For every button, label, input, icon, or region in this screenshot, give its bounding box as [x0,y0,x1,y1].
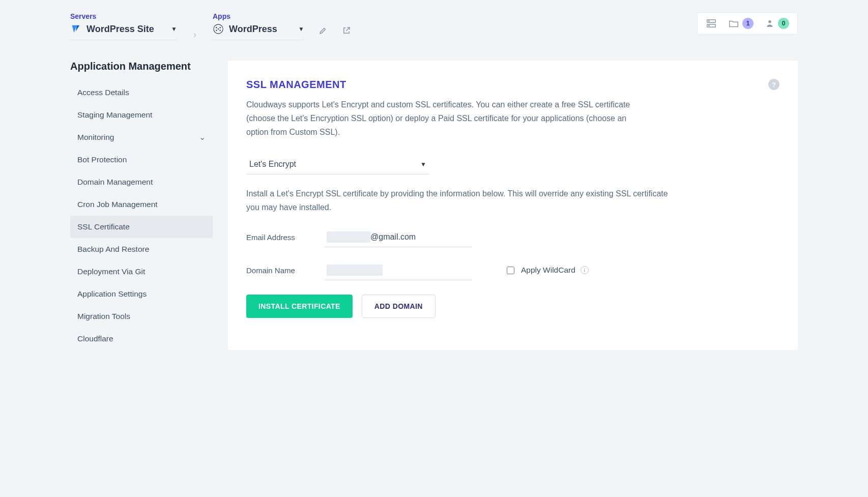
caret-down-icon: ▼ [420,161,426,168]
install-certificate-button[interactable]: INSTALL CERTIFICATE [246,295,353,318]
account-icon[interactable]: 0 [765,18,789,29]
caret-down-icon: ▼ [171,25,177,33]
email-label: Email Address [246,233,312,242]
add-domain-button[interactable]: ADD DOMAIN [362,295,436,318]
panel-title: SSL MANAGEMENT [246,79,346,91]
domain-input[interactable] [325,260,472,280]
sidebar-item-label: Application Settings [77,289,147,299]
svg-point-2 [219,27,220,28]
sidebar-item-label: Access Details [77,88,129,97]
open-app-icon[interactable] [342,26,351,35]
redacted-text [327,231,370,243]
info-icon[interactable]: i [581,266,589,274]
sidebar-item-label: Backup And Restore [77,245,149,254]
svg-point-10 [768,20,771,23]
sidebar-item-application-settings[interactable]: Application Settings [70,283,213,305]
sidebar-item-label: Monitoring [77,133,114,142]
email-input[interactable]: @gmail.com [325,227,472,247]
sidebar-item-cloudflare[interactable]: Cloudflare [70,328,213,350]
server-provider-icon [70,23,81,35]
sidebar-item-label: Cloudflare [77,334,113,343]
sidebar-item-ssl-certificate[interactable]: SSL Certificate [70,216,213,238]
sidebar-item-label: Migration Tools [77,312,130,321]
apps-heading: Apps [213,12,304,20]
servers-heading: Servers [70,12,177,20]
sidebar-item-monitoring[interactable]: Monitoring⌄ [70,126,213,149]
email-visible-part: @gmail.com [370,232,416,242]
wildcard-label: Apply WildCard [521,266,575,275]
svg-point-4 [219,30,220,31]
chevron-down-icon: ⌄ [199,133,206,142]
panel-description: Cloudways supports Let's Encrypt and cus… [246,98,633,139]
sidebar-item-bot-protection[interactable]: Bot Protection [70,149,213,171]
sidebar-item-migration-tools[interactable]: Migration Tools [70,305,213,328]
wildcard-checkbox[interactable] [507,267,514,274]
wildcard-option[interactable]: Apply WildCard i [505,265,589,276]
sidebar-item-deployment-via-git[interactable]: Deployment Via Git [70,260,213,283]
projects-badge: 1 [742,18,754,29]
sidebar-item-access-details[interactable]: Access Details [70,81,213,104]
svg-point-3 [216,30,217,31]
sidebar-item-label: Deployment Via Git [77,267,145,276]
ssl-panel: SSL MANAGEMENT ? Cloudways supports Let'… [228,61,798,350]
sidebar-title: Application Management [70,61,213,72]
server-selector[interactable]: WordPress Site ▼ [70,23,177,40]
ssl-hint: Install a Let's Encrypt SSL certificate … [246,187,669,214]
svg-point-5 [218,28,219,30]
sidebar-item-label: Domain Management [77,178,153,187]
app-selected-label: WordPress [229,24,293,35]
redacted-text [327,265,383,276]
svg-point-1 [216,27,217,28]
app-selector[interactable]: WordPress ▼ [213,23,304,40]
servers-list-icon[interactable] [706,18,717,29]
server-selected-label: WordPress Site [86,24,166,35]
sidebar-item-domain-management[interactable]: Domain Management [70,171,213,193]
account-toolbar: 1 0 [697,12,798,35]
sidebar-item-label: Cron Job Management [77,200,158,209]
svg-point-8 [709,21,709,21]
help-icon[interactable]: ? [768,79,779,90]
sidebar-item-backup-and-restore[interactable]: Backup And Restore [70,238,213,260]
ssl-type-value: Let's Encrypt [249,160,296,169]
app-platform-icon [213,23,224,35]
domain-label: Domain Name [246,266,312,275]
user-badge: 0 [778,18,789,29]
ssl-type-select[interactable]: Let's Encrypt ▼ [246,155,429,174]
breadcrumb-separator-icon: › [191,30,198,40]
sidebar-item-label: Staging Management [77,110,152,120]
projects-icon[interactable]: 1 [728,18,754,29]
sidebar-item-cron-job-management[interactable]: Cron Job Management [70,193,213,216]
sidebar-item-label: SSL Certificate [77,222,130,231]
svg-point-9 [709,25,709,26]
sidebar-item-staging-management[interactable]: Staging Management [70,104,213,126]
sidebar-item-label: Bot Protection [77,155,127,164]
caret-down-icon: ▼ [298,25,304,33]
edit-app-icon[interactable] [319,26,328,35]
